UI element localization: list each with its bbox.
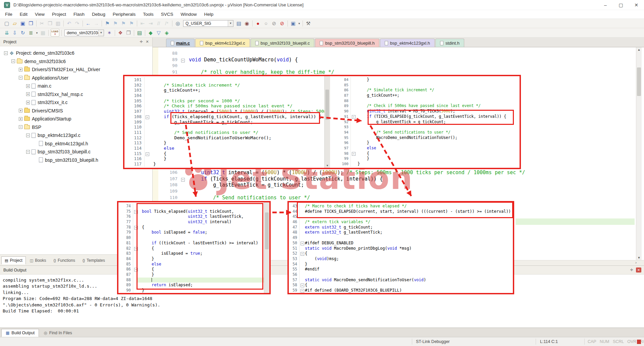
chevron-down-icon[interactable]: ▼ [228,20,233,27]
search-select[interactable]: Q_USER_SIG▼ [183,20,233,27]
undo-icon[interactable]: ↶ [65,20,73,27]
tree-expander[interactable]: + [19,109,22,112]
tree-item[interactable]: −❖Project: demo_stm32f103c6 [0,49,152,57]
find-in-files-icon[interactable]: ◎ [174,20,182,27]
debug-windows-icon[interactable]: ▣ [289,20,297,27]
rebuild-icon[interactable]: ↻ [19,29,27,37]
indent-icon[interactable]: ⇥ [147,20,155,27]
editor-tab[interactable]: stdint.h [435,39,464,47]
forward-icon[interactable]: → [92,20,100,27]
panel-tab-books[interactable]: ◫Books [26,256,50,264]
breakpoint-disable-all-icon[interactable]: ⊘ [270,20,278,27]
paste-icon[interactable]: ▥ [54,20,62,27]
tree-expander[interactable]: − [11,59,15,63]
breakpoint-kill-all-icon[interactable]: ⊘ [278,20,286,27]
fold-icon[interactable]: − [352,152,356,156]
tree-expander[interactable]: + [26,92,30,96]
close-panel-icon[interactable]: ✕ [144,40,150,44]
menu-edit[interactable]: Edit [16,10,31,19]
fold-icon[interactable]: − [352,115,356,119]
tree-item[interactable]: +Drivers/STM32F1xx_HAL_Driver [0,65,152,74]
unindent-icon[interactable]: ⇤ [139,20,147,27]
configure-tools-icon[interactable]: ⚒ [304,20,312,27]
menu-window[interactable]: Window [177,10,200,19]
stop-build-icon[interactable]: ▦ [39,29,47,37]
editor-tab[interactable]: bsp_stm32f103_bluepill.h [315,39,379,47]
boxed-diamond-icon[interactable]: ◈ [163,29,171,37]
tree-item[interactable]: −demo_stm32f103c6 [0,57,152,66]
target-options-icon[interactable]: ✶ [105,29,113,37]
tree-expander[interactable]: + [19,117,22,121]
editor-tab[interactable]: main.c [166,39,195,47]
tree-expander[interactable]: + [26,101,30,104]
editor-tab[interactable]: bsp_ektm4c123gxl.c [195,39,250,47]
scroll-thumb[interactable] [637,67,641,96]
menu-peripherals[interactable]: Peripherals [109,10,139,19]
copy-icon[interactable]: ❐ [46,20,54,27]
bookmark-prev-icon[interactable]: ⚑ [111,20,119,27]
hscroll-right-arrow[interactable]: › [635,260,637,264]
target-select[interactable]: demo_stm32f103c6▼ [64,30,104,36]
tree-expander[interactable]: + [19,68,22,71]
code-pane-main-top[interactable]: 8889−void Demo_tickCountUpWoMacro(void) … [153,50,635,76]
help-book-icon[interactable]: ▤ [235,20,243,27]
translate-icon[interactable]: ⇊ [3,29,11,37]
overlay-scrollbar[interactable] [264,202,269,293]
new-file-icon[interactable]: ▢ [3,20,11,27]
close-panel-icon[interactable]: ✕ [636,267,641,273]
code-pane-main-mid[interactable]: 106 uint32_t interval = (500U) * (1000U)… [153,169,635,201]
pack-installer-icon[interactable]: ▤ [136,29,144,37]
save-all-icon[interactable]: ❐ [27,20,35,27]
open-folder-icon[interactable]: ▱ [11,20,19,27]
fold-icon[interactable]: − [146,115,149,119]
scroll-up-arrow[interactable]: ▲ [636,48,642,51]
overlay-scrollbar[interactable]: ▼ [324,76,330,168]
breakpoint-insert-icon[interactable]: ● [254,20,262,27]
bottom-tab-build-output[interactable]: ▦Build Output [1,329,39,337]
menu-view[interactable]: View [31,10,48,19]
simulator-icon[interactable]: ◆ [147,29,155,37]
tree-expander[interactable]: + [26,84,30,88]
tree-expander[interactable]: − [26,150,30,154]
bookmark-toggle-icon[interactable]: ⚑ [103,20,111,27]
menu-svcs[interactable]: SVCS [157,10,177,19]
build-icon[interactable]: ⇩ [11,29,19,37]
filter-funnel-icon[interactable]: ▽ [155,29,163,37]
bookmark-clear-icon[interactable]: ⚑ [127,20,136,27]
minimize-button[interactable]: – [598,0,613,10]
close-button[interactable]: ✕ [629,0,644,10]
fold-icon[interactable]: − [181,178,185,182]
tree-expander[interactable]: − [19,76,22,80]
vertical-scrollbar[interactable]: ▲ ▼ [636,47,642,260]
menu-file[interactable]: File [1,10,16,19]
pin-icon[interactable]: ✛ [138,40,144,44]
panel-tab-functions[interactable]: {}Functions [50,256,78,264]
pin-icon[interactable]: ✛ [629,268,635,272]
fold-icon[interactable]: − [146,152,149,156]
debug-windows-caret[interactable]: ▾ [297,22,301,25]
batch-build-icon[interactable]: ≣ [27,29,35,37]
menu-help[interactable]: Help [201,10,217,19]
manage-rte-icon[interactable]: ❖ [116,29,124,37]
tree-expander[interactable]: − [19,125,22,129]
window-layout-icon[interactable]: ❐ [124,29,132,37]
bookmark-next-icon[interactable]: ⚑ [119,20,127,27]
editor-tab[interactable]: bsp_ektm4c123gxl.h [380,39,435,47]
batch-build-caret[interactable]: ▾ [35,31,39,35]
find-symbol-icon[interactable]: ◉ [243,20,251,27]
tree-expander[interactable]: − [4,51,8,55]
menu-flash[interactable]: Flash [70,10,88,19]
editor-tab[interactable]: bsp_stm32f103_bluepill.c [251,39,315,47]
tree-expander[interactable]: − [26,134,30,137]
menu-debug[interactable]: Debug [88,10,109,19]
menu-tools[interactable]: Tools [139,10,157,19]
redo-icon[interactable]: ↷ [73,20,81,27]
menu-project[interactable]: Project [48,10,70,19]
comment-icon[interactable]: // [155,20,163,27]
uncomment-icon[interactable]: /* [163,20,171,27]
chevron-down-icon[interactable]: ▼ [98,30,104,36]
panel-tab-templates[interactable]: {}Templates [79,256,108,264]
maximize-button[interactable]: ▢ [613,0,629,10]
save-icon[interactable]: ▣ [19,20,27,27]
bottom-tab-find-in-files[interactable]: ◎Find In Files [40,329,76,337]
